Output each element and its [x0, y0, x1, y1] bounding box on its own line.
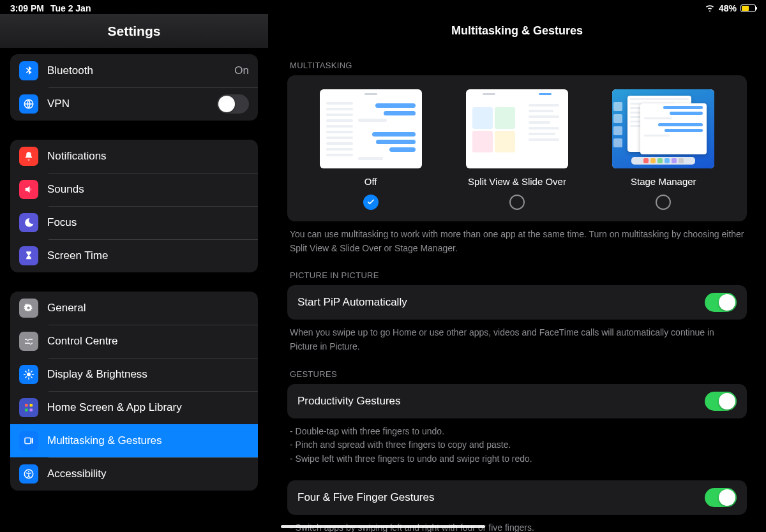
sidebar-item-display-brightness[interactable]: Display & Brightness — [10, 358, 258, 391]
section-header-multitasking: MULTITASKING — [287, 48, 747, 75]
svg-point-9 — [28, 471, 29, 472]
sidebar-item-sounds[interactable]: Sounds — [10, 173, 258, 206]
footer-line: - Pinch and spread with three fingers to… — [290, 438, 744, 452]
page-title: Multitasking & Gestures — [268, 14, 766, 48]
row-label: Four & Five Finger Gestures — [297, 491, 697, 504]
pip-toggle[interactable] — [705, 293, 737, 312]
svg-rect-2 — [25, 404, 28, 407]
status-time: 3:09 PM — [10, 3, 44, 13]
sidebar-item-vpn[interactable]: VPN — [10, 87, 258, 121]
moon-icon — [19, 213, 38, 232]
multitasking-option-splitview[interactable]: Split View & Slide Over — [453, 89, 581, 210]
pip-card: Start PiP Automatically — [287, 285, 747, 320]
footer-line: - Swipe left with three fingers to undo … — [290, 452, 744, 466]
sidebar-value: On — [234, 64, 249, 77]
productivity-gestures-card: Productivity Gestures — [287, 384, 747, 418]
status-date: Tue 2 Jan — [50, 3, 91, 13]
svg-rect-7 — [32, 438, 33, 444]
sidebar-label: Notifications — [47, 150, 249, 163]
settings-sidebar: Settings Bluetooth On VPN — [0, 14, 268, 532]
accessibility-icon — [19, 464, 38, 484]
sidebar-label: Sounds — [47, 183, 249, 196]
battery-percent: 48% — [719, 3, 737, 13]
wifi-icon — [705, 3, 715, 13]
section-footer-productivity: - Double-tap with three fingers to undo.… — [287, 418, 747, 469]
sidebar-label: General — [47, 302, 249, 314]
multitasking-option-off[interactable]: Off — [307, 89, 435, 210]
four-five-gestures-toggle[interactable] — [705, 488, 737, 507]
detail-pane: Multitasking & Gestures MULTITASKING — [268, 14, 766, 532]
sidebar-item-accessibility[interactable]: Accessibility — [10, 457, 258, 491]
svg-rect-3 — [30, 404, 33, 407]
sidebar-label: Bluetooth — [47, 64, 225, 77]
four-five-gestures-card: Four & Five Finger Gestures — [287, 480, 747, 515]
speaker-icon — [19, 180, 38, 199]
radio-unselected[interactable] — [509, 195, 525, 210]
section-header-gestures: GESTURES — [287, 357, 747, 384]
globe-icon — [19, 94, 38, 114]
option-label: Off — [364, 176, 377, 187]
bell-icon — [19, 147, 38, 166]
sidebar-label: Home Screen & App Library — [47, 401, 249, 414]
sidebar-label: Accessibility — [47, 468, 249, 480]
sidebar-label: VPN — [47, 98, 208, 110]
row-label: Start PiP Automatically — [297, 296, 697, 309]
svg-rect-6 — [25, 438, 31, 444]
row-label: Productivity Gestures — [297, 395, 697, 408]
section-footer-fourfive: - Switch apps by swiping left and right … — [287, 515, 747, 532]
preview-off — [320, 89, 422, 168]
sidebar-item-general[interactable]: General — [10, 292, 258, 325]
preview-stage-manager — [612, 89, 714, 168]
section-header-pip: PICTURE IN PICTURE — [287, 258, 747, 285]
preview-splitview — [466, 89, 568, 168]
productivity-gestures-toggle[interactable] — [705, 392, 737, 411]
bluetooth-icon — [19, 61, 38, 80]
sidebar-label: Focus — [47, 216, 249, 229]
sidebar-label: Control Centre — [47, 335, 249, 348]
sidebar-label: Screen Time — [47, 249, 249, 262]
home-indicator[interactable] — [281, 525, 485, 528]
sidebar-label: Display & Brightness — [47, 368, 249, 381]
footer-line: - Double-tap with three fingers to undo. — [290, 425, 744, 439]
multitasking-option-stage-manager[interactable]: Stage Manager — [599, 89, 727, 210]
hourglass-icon — [19, 246, 38, 265]
sidebar-item-focus[interactable]: Focus — [10, 206, 258, 239]
vpn-toggle[interactable] — [217, 94, 249, 114]
grid-icon — [19, 398, 38, 417]
sliders-icon — [19, 332, 38, 351]
sidebar-item-home-screen[interactable]: Home Screen & App Library — [10, 391, 258, 424]
battery-icon — [740, 4, 756, 12]
svg-point-1 — [27, 373, 31, 376]
section-footer-pip: When you swipe up to go Home or use othe… — [287, 320, 747, 356]
svg-rect-5 — [30, 409, 33, 412]
gear-icon — [19, 299, 38, 318]
sidebar-item-bluetooth[interactable]: Bluetooth On — [10, 54, 258, 87]
row-start-pip-automatically[interactable]: Start PiP Automatically — [287, 285, 747, 320]
row-productivity-gestures[interactable]: Productivity Gestures — [287, 384, 747, 418]
sidebar-item-screen-time[interactable]: Screen Time — [10, 239, 258, 272]
brightness-icon — [19, 365, 38, 384]
row-four-five-finger-gestures[interactable]: Four & Five Finger Gestures — [287, 480, 747, 515]
sidebar-item-notifications[interactable]: Notifications — [10, 140, 258, 173]
sidebar-item-control-centre[interactable]: Control Centre — [10, 325, 258, 358]
radio-unselected[interactable] — [656, 195, 671, 210]
multitasking-icon — [19, 431, 38, 450]
sidebar-label: Multitasking & Gestures — [47, 434, 249, 447]
option-label: Split View & Slide Over — [468, 176, 566, 187]
sidebar-title: Settings — [0, 14, 268, 48]
radio-selected[interactable] — [363, 195, 379, 210]
multitasking-options-card: Off — [287, 75, 747, 221]
sidebar-item-multitasking[interactable]: Multitasking & Gestures — [10, 424, 258, 457]
option-label: Stage Manager — [631, 176, 696, 187]
status-bar: 3:09 PM Tue 2 Jan 48% — [0, 0, 766, 14]
section-footer-multitasking: You can use multitasking to work with mo… — [287, 221, 747, 258]
svg-rect-4 — [25, 409, 28, 412]
